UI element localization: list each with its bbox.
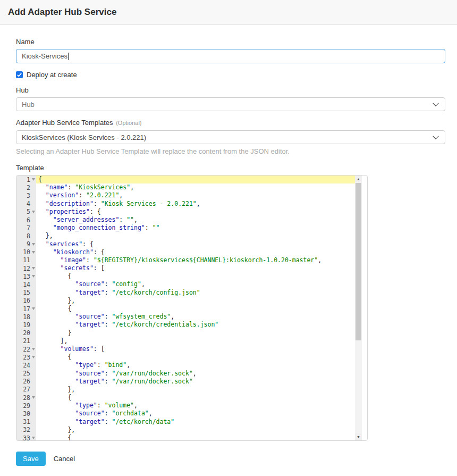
gutter-line-number: 17 — [16, 305, 36, 313]
editor-line[interactable]: "description": "Kiosk Services - 2.0.221… — [36, 200, 355, 208]
triangle-down-icon: ▼ — [357, 435, 360, 439]
chevron-down-icon — [433, 101, 438, 106]
fold-icon[interactable] — [30, 264, 36, 272]
editor-scrollbar[interactable]: ▲ ▼ — [355, 176, 362, 440]
editor-line[interactable]: "image": "${REGISTRY}/kioskservices${CHA… — [36, 256, 355, 264]
gutter-line-number: 20 — [16, 329, 36, 337]
json-editor[interactable]: 1234567891011121314151617181920212223242… — [16, 175, 368, 441]
gutter-line-number: 14 — [16, 280, 36, 288]
gutter-line-number: 32 — [16, 426, 36, 434]
triangle-up-icon: ▲ — [357, 177, 360, 181]
editor-line[interactable]: "source": "/var/run/docker.sock", — [36, 370, 355, 378]
name-label: Name — [16, 38, 445, 46]
optional-hint: (Optional) — [116, 120, 141, 126]
gutter-line-number: 30 — [16, 410, 36, 417]
editor-line[interactable]: "secrets": [ — [36, 264, 355, 272]
editor-line[interactable]: "server_addresses": "", — [36, 216, 355, 224]
name-input[interactable]: Kiosk-Services — [16, 49, 445, 63]
gutter-line-number: 2 — [16, 183, 36, 191]
hub-select-value: Hub — [22, 101, 35, 108]
editor-line[interactable]: "type": "volume", — [36, 402, 355, 410]
fold-icon[interactable] — [30, 208, 36, 216]
editor-line[interactable]: { — [36, 305, 355, 313]
gutter-line-number: 24 — [16, 361, 36, 369]
fold-icon[interactable] — [30, 305, 36, 313]
chevron-down-icon — [433, 133, 438, 139]
gutter-line-number: 29 — [16, 402, 36, 410]
gutter-line-number: 18 — [16, 313, 36, 321]
hub-label: Hub — [16, 86, 445, 94]
deploy-checkbox[interactable] — [16, 71, 23, 78]
editor-line[interactable]: "source": "wfsystem_creds", — [36, 313, 355, 321]
gutter-line-number: 22 — [16, 345, 36, 353]
gutter-line-number: 21 — [16, 337, 36, 345]
gutter-line-number: 15 — [16, 289, 36, 297]
editor-line[interactable]: "target": "/etc/korch/config.json" — [36, 289, 355, 297]
template-label: Template — [16, 164, 445, 172]
gutter-line-number: 25 — [16, 370, 36, 378]
save-button[interactable]: Save — [16, 452, 46, 466]
fold-icon[interactable] — [30, 394, 36, 402]
editor-line[interactable]: }, — [36, 297, 355, 305]
editor-line[interactable]: { — [36, 353, 355, 361]
cancel-button[interactable]: Cancel — [54, 455, 75, 463]
editor-line[interactable]: }, — [36, 426, 355, 434]
fold-icon[interactable] — [30, 345, 36, 353]
editor-line[interactable]: { — [36, 272, 355, 280]
gutter-line-number: 1 — [16, 176, 36, 183]
templates-label: Adapter Hub Service Templates (Optional) — [16, 119, 445, 127]
editor-line[interactable]: "type": "bind", — [36, 361, 355, 369]
editor-line[interactable]: { — [36, 434, 355, 440]
editor-line[interactable]: "target": "/var/run/docker.sock" — [36, 378, 355, 386]
gutter-line-number: 4 — [16, 200, 36, 208]
editor-line[interactable]: "services": { — [36, 240, 355, 248]
fold-icon[interactable] — [30, 434, 36, 441]
check-icon — [16, 72, 22, 78]
templates-label-text: Adapter Hub Service Templates — [16, 119, 113, 127]
gutter-line-number: 9 — [16, 240, 36, 248]
editor-line[interactable]: } — [36, 329, 355, 337]
gutter-line-number: 12 — [16, 264, 36, 272]
editor-line[interactable]: "kioskorch": { — [36, 248, 355, 256]
editor-code[interactable]: { "name": "KioskServices", "version": "2… — [36, 176, 355, 440]
editor-line[interactable]: "volumes": [ — [36, 345, 355, 353]
editor-line[interactable]: "properties": { — [36, 208, 355, 216]
deploy-at-create-option[interactable]: Deploy at create — [16, 71, 445, 79]
editor-line[interactable]: "name": "KioskServices", — [36, 183, 355, 191]
fold-icon[interactable] — [30, 176, 36, 183]
editor-line[interactable]: }, — [36, 386, 355, 394]
editor-line[interactable]: "target": "/etc/korch/data" — [36, 418, 355, 426]
gutter-line-number: 28 — [16, 394, 36, 402]
add-service-form: Name Kiosk-Services Deploy at create Hub… — [0, 25, 457, 466]
editor-line[interactable]: "version": "2.0.221", — [36, 191, 355, 199]
editor-line[interactable]: }, — [36, 232, 355, 240]
gutter-line-number: 6 — [16, 216, 36, 224]
fold-icon[interactable] — [30, 272, 36, 280]
gutter-line-number: 8 — [16, 232, 36, 240]
scroll-up-button[interactable]: ▲ — [355, 176, 362, 182]
editor-line[interactable]: { — [36, 176, 355, 183]
editor-line[interactable]: ], — [36, 337, 355, 345]
hub-select[interactable]: Hub — [16, 97, 445, 111]
editor-line[interactable]: "mongo_connection_string": "" — [36, 224, 355, 232]
gutter-line-number: 7 — [16, 224, 36, 232]
gutter-line-number: 27 — [16, 386, 36, 394]
editor-line[interactable]: "target": "/etc/korch/credentials.json" — [36, 321, 355, 329]
page-header: Add Adapter Hub Service — [0, 0, 457, 25]
deploy-label: Deploy at create — [27, 71, 77, 79]
gutter-line-number: 10 — [16, 248, 36, 256]
editor-line[interactable]: "source": "config", — [36, 280, 355, 288]
templates-select[interactable]: KioskServices (Kiosk Services - 2.0.221) — [16, 130, 445, 144]
form-actions: Save Cancel — [16, 452, 445, 466]
editor-line[interactable]: "source": "orchdata", — [36, 410, 355, 417]
add-adapter-hub-service-page: Add Adapter Hub Service Name Kiosk-Servi… — [0, 0, 457, 476]
scroll-down-button[interactable]: ▼ — [355, 433, 362, 440]
gutter-line-number: 26 — [16, 378, 36, 386]
editor-line[interactable]: { — [36, 394, 355, 402]
gutter-line-number: 33 — [16, 434, 36, 441]
editor-gutter: 1234567891011121314151617181920212223242… — [16, 176, 36, 440]
fold-icon[interactable] — [30, 240, 36, 248]
fold-icon[interactable] — [30, 248, 36, 256]
fold-icon[interactable] — [30, 353, 36, 361]
scrollbar-thumb[interactable] — [356, 183, 361, 340]
